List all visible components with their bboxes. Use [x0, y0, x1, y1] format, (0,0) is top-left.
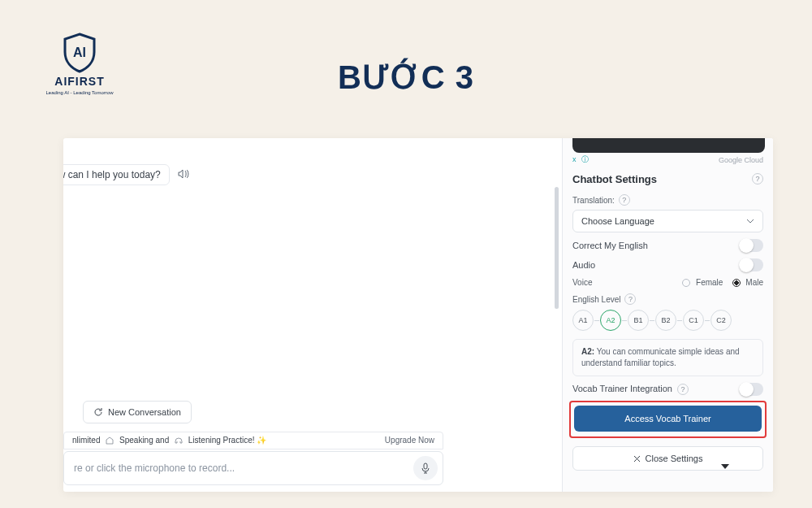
- sparkle-icon: ✨: [257, 436, 266, 445]
- correct-english-toggle[interactable]: [739, 239, 763, 252]
- access-vocab-highlight: Access Vocab Trainer: [569, 401, 767, 438]
- english-level-label: English Level: [572, 295, 620, 304]
- settings-header: Chatbot Settings ?: [563, 165, 773, 189]
- vocab-integration-row: Vocab Trainer Integration ?: [563, 378, 773, 397]
- new-conversation-button[interactable]: New Conversation: [83, 401, 192, 423]
- language-placeholder: Choose Language: [581, 217, 654, 226]
- ad-meta: x ⓘ Google Cloud: [563, 153, 773, 165]
- level-c2[interactable]: C2: [710, 310, 732, 331]
- level-a1[interactable]: A1: [572, 310, 594, 331]
- translation-label: Translation:: [572, 196, 615, 205]
- correct-english-label: Correct My English: [572, 241, 648, 250]
- assistant-text: ow can I help you today?: [63, 164, 170, 185]
- close-settings-button[interactable]: Close Settings: [572, 446, 763, 471]
- audio-label: Audio: [572, 260, 595, 270]
- scrollbar[interactable]: [555, 187, 559, 309]
- refresh-icon: [93, 407, 103, 417]
- ad-close-icon[interactable]: x: [572, 155, 577, 163]
- help-icon[interactable]: ?: [752, 173, 763, 185]
- settings-title: Chatbot Settings: [572, 174, 657, 185]
- level-c1[interactable]: C1: [683, 310, 704, 331]
- tag-icon: [106, 436, 114, 445]
- vocab-integration-label: Vocab Trainer Integration: [572, 384, 672, 393]
- microphone-button[interactable]: [413, 456, 438, 480]
- assistant-message: ow can I help you today?: [63, 164, 189, 185]
- svg-rect-1: [424, 463, 427, 469]
- radio-icon: [732, 279, 741, 287]
- translation-field: Translation: ? Choose Language: [563, 189, 773, 234]
- message-input[interactable]: re or click the microphone to record...: [63, 451, 443, 485]
- audio-row: Audio: [563, 254, 773, 273]
- level-b1[interactable]: B1: [628, 310, 649, 331]
- access-vocab-button[interactable]: Access Vocab Trainer: [574, 406, 762, 432]
- voice-row: Voice Female Male: [563, 273, 773, 289]
- voice-label: Voice: [572, 278, 592, 287]
- chevron-down-icon: [746, 219, 754, 224]
- ad-source: Google Cloud: [719, 156, 763, 164]
- scroll-gutter: [503, 138, 562, 492]
- upgrade-bar: nlimited Speaking and Listening Practice…: [63, 432, 443, 449]
- voice-female-option[interactable]: Female: [682, 278, 725, 287]
- level-b2[interactable]: B2: [655, 310, 676, 331]
- level-selector: A1 A2 B1 B2 C1 C2: [572, 310, 763, 331]
- audio-toggle[interactable]: [739, 258, 763, 271]
- headphones-icon: [175, 436, 183, 445]
- vocab-integration-toggle[interactable]: [739, 383, 763, 396]
- ad-info-icon[interactable]: ⓘ: [581, 155, 589, 163]
- page-title: BƯỚC 3: [0, 61, 812, 93]
- upgrade-tags: nlimited Speaking and Listening Practice…: [72, 436, 266, 445]
- language-select[interactable]: Choose Language: [572, 210, 763, 232]
- help-icon[interactable]: ?: [677, 384, 689, 395]
- speaker-icon[interactable]: [178, 169, 189, 180]
- dropdown-caret-icon: [721, 464, 729, 469]
- voice-male-option[interactable]: Male: [732, 278, 763, 287]
- help-icon[interactable]: ?: [624, 293, 636, 305]
- new-conversation-label: New Conversation: [108, 408, 181, 417]
- settings-pane: x ⓘ Google Cloud Chatbot Settings ? Tran…: [562, 138, 773, 492]
- app-window: ow can I help you today? New Conversatio…: [63, 138, 773, 492]
- svg-text:AI: AI: [73, 46, 86, 59]
- english-level-field: English Level ? A1 A2 B1 B2 C1 C2 A2: Yo…: [563, 289, 773, 378]
- upgrade-link[interactable]: Upgrade Now: [385, 436, 434, 445]
- close-icon: [633, 455, 641, 462]
- help-icon[interactable]: ?: [619, 194, 630, 206]
- level-description: A2: You can communicate simple ideas and…: [572, 339, 763, 376]
- correct-english-row: Correct My English: [563, 234, 773, 254]
- ad-banner-dark: [572, 138, 765, 153]
- chat-pane: ow can I help you today? New Conversatio…: [63, 138, 503, 492]
- level-a2[interactable]: A2: [600, 310, 621, 331]
- radio-icon: [682, 279, 690, 287]
- input-placeholder: re or click the microphone to record...: [74, 463, 235, 473]
